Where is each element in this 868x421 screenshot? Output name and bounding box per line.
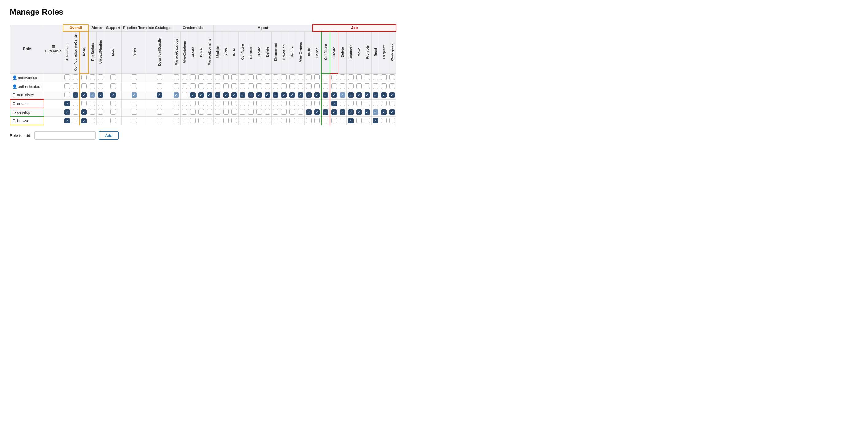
checkbox[interactable]: ✓	[340, 109, 345, 115]
checkbox[interactable]	[265, 100, 270, 106]
checkbox[interactable]	[381, 74, 386, 80]
checkbox[interactable]	[223, 109, 229, 115]
checkbox[interactable]: ✓	[298, 92, 303, 98]
checkbox[interactable]: ✓	[314, 109, 320, 115]
checkbox[interactable]	[273, 109, 278, 115]
checkbox[interactable]: ✓	[98, 92, 103, 98]
checkbox[interactable]	[111, 109, 116, 115]
checkbox[interactable]	[373, 74, 378, 80]
checkbox[interactable]: ✓	[332, 101, 337, 106]
checkbox[interactable]: ✓	[73, 92, 78, 98]
checkbox[interactable]	[273, 74, 278, 80]
checkbox[interactable]	[298, 118, 303, 123]
checkbox[interactable]: ✓	[314, 92, 320, 98]
checkbox[interactable]	[265, 118, 270, 123]
checkbox[interactable]	[340, 74, 345, 80]
checkbox[interactable]: ✓	[332, 92, 337, 98]
checkbox[interactable]	[248, 118, 254, 123]
checkbox[interactable]: ✓	[289, 92, 295, 98]
checkbox[interactable]	[207, 83, 212, 89]
checkbox[interactable]	[256, 100, 262, 106]
checkbox[interactable]	[356, 118, 362, 123]
checkbox[interactable]	[98, 83, 103, 89]
filter-icon[interactable]: ☰	[52, 45, 55, 49]
checkbox[interactable]	[157, 109, 162, 115]
checkbox[interactable]	[111, 83, 116, 89]
checkbox[interactable]	[390, 100, 395, 106]
checkbox[interactable]	[64, 74, 70, 80]
checkbox[interactable]	[365, 100, 370, 106]
checkbox[interactable]	[90, 83, 95, 89]
checkbox[interactable]	[289, 118, 295, 123]
checkbox[interactable]	[174, 83, 179, 89]
checkbox[interactable]	[240, 118, 245, 123]
checkbox[interactable]: ✓	[373, 92, 378, 98]
checkbox[interactable]	[73, 118, 78, 123]
checkbox[interactable]: ✓	[340, 92, 345, 98]
checkbox[interactable]	[281, 118, 287, 123]
checkbox[interactable]	[340, 100, 345, 106]
checkbox[interactable]	[90, 118, 95, 123]
checkbox[interactable]	[365, 74, 370, 80]
checkbox[interactable]	[265, 83, 270, 89]
checkbox[interactable]	[73, 109, 78, 115]
checkbox[interactable]: ✓	[365, 92, 370, 98]
checkbox[interactable]	[256, 74, 262, 80]
checkbox[interactable]: ✓	[390, 92, 395, 98]
checkbox[interactable]: ✓	[323, 92, 329, 98]
checkbox[interactable]	[390, 83, 395, 89]
checkbox[interactable]	[198, 100, 204, 106]
checkbox[interactable]	[198, 109, 204, 115]
checkbox[interactable]: ✓	[131, 92, 137, 98]
checkbox[interactable]	[231, 100, 237, 106]
checkbox[interactable]	[281, 100, 287, 106]
checkbox[interactable]	[174, 118, 179, 123]
checkbox[interactable]	[314, 100, 320, 106]
checkbox[interactable]	[64, 83, 70, 89]
checkbox[interactable]	[131, 74, 137, 80]
checkbox[interactable]	[231, 83, 237, 89]
checkbox[interactable]	[207, 100, 212, 106]
checkbox[interactable]	[365, 118, 370, 123]
checkbox[interactable]	[240, 109, 245, 115]
checkbox[interactable]	[340, 118, 345, 123]
checkbox[interactable]	[223, 100, 229, 106]
checkbox[interactable]	[157, 83, 162, 89]
checkbox[interactable]	[298, 74, 303, 80]
checkbox[interactable]	[111, 74, 116, 80]
checkbox[interactable]	[240, 83, 245, 89]
checkbox[interactable]	[131, 109, 137, 115]
checkbox[interactable]	[332, 118, 337, 123]
checkbox[interactable]	[182, 92, 187, 97]
checkbox[interactable]: ✓	[64, 118, 70, 124]
checkbox[interactable]	[323, 83, 329, 89]
checkbox[interactable]	[81, 83, 87, 89]
checkbox[interactable]: ✓	[198, 92, 204, 98]
checkbox[interactable]	[198, 118, 204, 123]
checkbox[interactable]	[289, 83, 295, 89]
checkbox[interactable]	[381, 118, 386, 123]
checkbox[interactable]	[332, 83, 337, 89]
checkbox[interactable]	[174, 74, 179, 80]
checkbox[interactable]	[157, 100, 162, 106]
checkbox[interactable]: ✓	[256, 92, 262, 98]
checkbox[interactable]	[111, 100, 116, 106]
checkbox[interactable]	[356, 74, 362, 80]
checkbox[interactable]	[198, 74, 204, 80]
checkbox[interactable]	[240, 74, 245, 80]
checkbox[interactable]	[248, 109, 254, 115]
checkbox[interactable]: ✓	[381, 109, 386, 115]
checkbox[interactable]: ✓	[273, 92, 278, 98]
checkbox[interactable]: ✓	[207, 92, 212, 98]
checkbox[interactable]	[332, 75, 337, 80]
checkbox[interactable]	[73, 83, 78, 89]
checkbox[interactable]	[365, 83, 370, 89]
checkbox[interactable]	[323, 75, 329, 80]
checkbox[interactable]	[356, 83, 362, 89]
checkbox[interactable]: ✓	[348, 92, 353, 98]
checkbox[interactable]: ✓	[323, 109, 329, 115]
checkbox[interactable]	[289, 109, 295, 115]
checkbox[interactable]	[373, 100, 378, 106]
checkbox[interactable]	[373, 83, 378, 89]
checkbox[interactable]	[207, 118, 212, 123]
